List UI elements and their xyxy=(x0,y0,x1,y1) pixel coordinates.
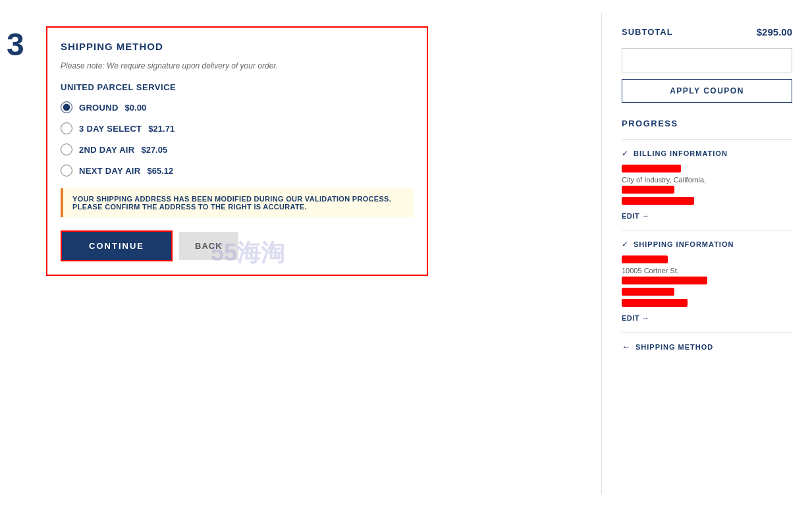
apply-coupon-button[interactable]: APPLY COUPON xyxy=(622,79,792,103)
shipping-method-box: SHIPPING METHOD Please note: We require … xyxy=(46,26,428,276)
option-price-nextday: $65.12 xyxy=(147,166,173,176)
back-button[interactable]: BACK xyxy=(179,232,238,260)
billing-section-title: BILLING INFORMATION xyxy=(634,149,728,157)
shipping-option-2ndday[interactable]: 2ND DAY AIR $27.05 xyxy=(61,144,414,155)
subtotal-row: SUBTOTAL $295.00 xyxy=(622,26,792,38)
shipping-radio-nextday[interactable] xyxy=(61,165,72,176)
option-label-ground: GROUND xyxy=(79,103,119,113)
shipping-header: ✓ SHIPPING INFORMATION xyxy=(622,240,792,249)
option-price-ground: $0.00 xyxy=(125,103,147,113)
shipping-method-nav[interactable]: ← SHIPPING METHOD xyxy=(622,332,792,352)
shipping-option-nextday[interactable]: NEXT DAY AIR $65.12 xyxy=(61,165,414,176)
warning-box: YOUR SHIPPING ADDRESS HAS BEEN MODIFIED … xyxy=(61,188,414,217)
option-label-3day: 3 DAY SELECT xyxy=(79,124,142,134)
shipping-redacted-3 xyxy=(622,288,674,296)
continue-button[interactable]: CONTINUE xyxy=(61,230,173,261)
option-label-2ndday: 2ND DAY AIR xyxy=(79,145,134,155)
option-price-2ndday: $27.05 xyxy=(141,145,167,155)
shipping-method-nav-label: SHIPPING METHOD xyxy=(636,343,713,351)
note-text: Please note: We require signature upon d… xyxy=(61,61,414,70)
option-price-3day: $21.71 xyxy=(148,124,175,134)
billing-header: ✓ BILLING INFORMATION xyxy=(622,149,792,158)
shipping-section-title: SHIPPING INFORMATION xyxy=(634,240,734,248)
billing-redacted-1 xyxy=(622,165,681,173)
shipping-radio-ground[interactable] xyxy=(61,101,72,113)
billing-section: ✓ BILLING INFORMATION City of Industry, … xyxy=(622,139,792,230)
coupon-input[interactable] xyxy=(622,48,792,72)
billing-redacted-2 xyxy=(622,186,674,194)
billing-check-icon: ✓ xyxy=(622,149,628,158)
shipping-check-icon: ✓ xyxy=(622,240,628,249)
carrier-label: UNITED PARCEL SERVICE xyxy=(61,82,414,92)
shipping-redacted-2 xyxy=(622,277,707,284)
shipping-radio-2ndday[interactable] xyxy=(61,144,72,155)
billing-redacted-3 xyxy=(622,197,694,205)
shipping-address-line: 10005 Cortner St, xyxy=(622,267,792,275)
shipping-section: ✓ SHIPPING INFORMATION 10005 Cortner St,… xyxy=(622,230,792,332)
shipping-redacted-4 xyxy=(622,299,688,307)
option-label-nextday: NEXT DAY AIR xyxy=(79,166,140,176)
subtotal-label: SUBTOTAL xyxy=(622,27,673,37)
progress-title: PROGRESS xyxy=(622,119,792,128)
step-number: 3 xyxy=(7,26,24,63)
subtotal-value: $295.00 xyxy=(757,26,792,38)
shipping-radio-3day[interactable] xyxy=(61,122,72,134)
buttons-row: CONTINUE BACK xyxy=(61,230,414,261)
billing-edit-link[interactable]: EDIT → xyxy=(622,212,649,220)
shipping-redacted-1 xyxy=(622,255,668,263)
shipping-option-ground[interactable]: GROUND $0.00 xyxy=(61,101,414,113)
shipping-option-3day[interactable]: 3 DAY SELECT $21.71 xyxy=(61,122,414,134)
nav-back-arrow-icon: ← xyxy=(622,342,630,352)
shipping-options: GROUND $0.00 3 DAY SELECT $21.71 2ND DAY… xyxy=(61,101,414,176)
billing-city-line: City of Industry, California, xyxy=(622,176,792,184)
section-title: SHIPPING METHOD xyxy=(61,41,414,52)
shipping-edit-link[interactable]: EDIT → xyxy=(622,314,649,322)
right-panel: SUBTOTAL $295.00 APPLY COUPON PROGRESS ✓… xyxy=(601,13,812,494)
